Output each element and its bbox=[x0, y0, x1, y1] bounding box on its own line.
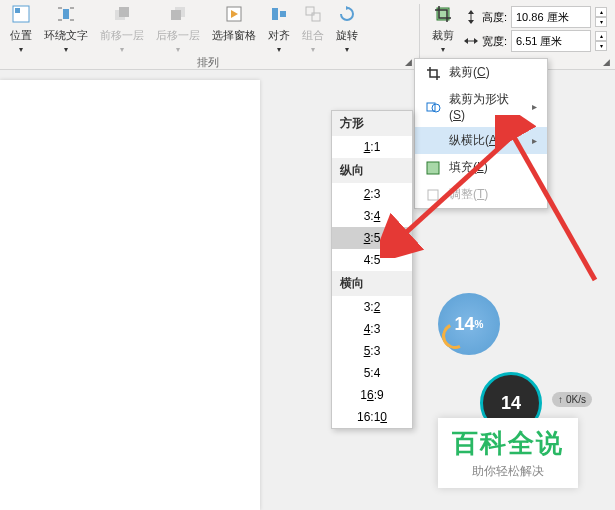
caret-down-icon: ▾ bbox=[345, 45, 349, 54]
caret-down-icon: ▾ bbox=[120, 45, 124, 54]
progress-pct: % bbox=[475, 319, 484, 330]
watermark: 百科全说 助你轻松解决 bbox=[438, 418, 578, 488]
caret-down-icon: ▾ bbox=[19, 45, 23, 54]
progress-value-2: 14 bbox=[501, 393, 521, 414]
bring-forward-label: 前移一层 bbox=[100, 28, 144, 43]
wrap-text-label: 环绕文字 bbox=[44, 28, 88, 43]
width-spinner-up[interactable]: ▴ bbox=[595, 31, 607, 41]
rotate-label: 旋转 bbox=[336, 28, 358, 43]
caret-down-icon: ▾ bbox=[64, 45, 68, 54]
dialog-launcher-icon[interactable]: ◢ bbox=[603, 57, 613, 67]
rotate-button[interactable]: 旋转 ▾ bbox=[330, 2, 364, 56]
ratio-item-4-3[interactable]: 4:3 bbox=[332, 318, 412, 340]
send-backward-label: 后移一层 bbox=[156, 28, 200, 43]
height-spinner-down[interactable]: ▾ bbox=[595, 17, 607, 27]
ratio-item-16-10[interactable]: 16:10 bbox=[332, 406, 412, 428]
fill-icon bbox=[425, 160, 441, 176]
fit-icon bbox=[425, 187, 441, 203]
ratio-item-3-5[interactable]: 3:5 bbox=[332, 227, 412, 249]
svg-marker-20 bbox=[468, 10, 474, 14]
watermark-title: 百科全说 bbox=[452, 426, 564, 461]
crop-button[interactable]: 裁剪 ▾ bbox=[426, 2, 460, 56]
selection-pane-icon bbox=[224, 4, 244, 24]
up-arrow-icon: ↑ bbox=[558, 394, 563, 405]
height-input[interactable] bbox=[511, 6, 591, 28]
ratio-item-1-1[interactable]: 1:1 bbox=[332, 136, 412, 158]
crop-label: 裁剪 bbox=[432, 28, 454, 43]
network-speed-badge: ↑ 0K/s bbox=[552, 392, 592, 407]
ratio-item-5-3[interactable]: 5:3 bbox=[332, 340, 412, 362]
ratio-header-square: 方形 bbox=[332, 111, 412, 136]
svg-point-26 bbox=[432, 104, 440, 112]
ratio-item-3-2[interactable]: 3:2 bbox=[332, 296, 412, 318]
caret-down-icon: ▾ bbox=[176, 45, 180, 54]
rotate-icon bbox=[337, 4, 357, 24]
svg-marker-21 bbox=[468, 20, 474, 24]
submenu-arrow-icon: ▸ bbox=[532, 135, 537, 146]
wrap-text-icon bbox=[56, 4, 76, 24]
width-input[interactable] bbox=[511, 30, 591, 52]
svg-rect-8 bbox=[119, 7, 129, 17]
align-label: 对齐 bbox=[268, 28, 290, 43]
caret-down-icon: ▾ bbox=[311, 45, 315, 54]
align-button[interactable]: 对齐 ▾ bbox=[262, 2, 296, 56]
caret-down-icon: ▾ bbox=[277, 45, 281, 54]
ratio-header-portrait: 纵向 bbox=[332, 158, 412, 183]
crop-menu-crop[interactable]: 裁剪(C) bbox=[415, 59, 547, 86]
svg-rect-2 bbox=[63, 9, 69, 19]
svg-rect-28 bbox=[428, 190, 438, 200]
position-label: 位置 bbox=[10, 28, 32, 43]
ratio-item-2-3[interactable]: 2:3 bbox=[332, 183, 412, 205]
document-canvas[interactable] bbox=[0, 80, 260, 510]
bring-forward-button[interactable]: 前移一层 ▾ bbox=[94, 2, 150, 56]
width-label: 宽度: bbox=[482, 34, 507, 49]
height-label: 高度: bbox=[482, 10, 507, 25]
send-backward-button[interactable]: 后移一层 ▾ bbox=[150, 2, 206, 56]
group-label: 组合 bbox=[302, 28, 324, 43]
selection-pane-label: 选择窗格 bbox=[212, 28, 256, 43]
svg-marker-24 bbox=[474, 38, 478, 44]
height-icon bbox=[464, 10, 478, 24]
position-button[interactable]: 位置 ▾ bbox=[4, 2, 38, 56]
watermark-sub: 助你轻松解决 bbox=[452, 463, 564, 480]
svg-rect-13 bbox=[272, 8, 278, 20]
progress-value: 14 bbox=[455, 314, 475, 335]
shape-icon bbox=[425, 99, 441, 115]
align-icon bbox=[269, 4, 289, 24]
bring-forward-icon bbox=[112, 4, 132, 24]
width-icon bbox=[464, 34, 478, 48]
svg-marker-23 bbox=[464, 38, 468, 44]
crop-icon bbox=[425, 65, 441, 81]
width-spinner-down[interactable]: ▾ bbox=[595, 41, 607, 51]
crop-menu-fit[interactable]: 调整(T) bbox=[415, 181, 547, 208]
arrange-group-label: 排列 bbox=[0, 55, 417, 70]
ratio-item-4-5[interactable]: 4:5 bbox=[332, 249, 412, 271]
ratio-header-landscape: 横向 bbox=[332, 271, 412, 296]
net-speed-value: 0K/s bbox=[566, 394, 586, 405]
progress-widget-1: 14% bbox=[438, 293, 500, 355]
send-backward-icon bbox=[168, 4, 188, 24]
crop-dropdown: 裁剪(C) 裁剪为形状(S) ▸ 纵横比(A) ▸ 填充(L) 调整(T) bbox=[414, 58, 548, 209]
svg-rect-10 bbox=[171, 10, 181, 20]
wrap-text-button[interactable]: 环绕文字 ▾ bbox=[38, 2, 94, 56]
submenu-arrow-icon: ▸ bbox=[532, 101, 537, 112]
crop-icon bbox=[433, 4, 453, 24]
height-spinner-up[interactable]: ▴ bbox=[595, 7, 607, 17]
svg-rect-1 bbox=[15, 8, 20, 13]
group-icon bbox=[303, 4, 323, 24]
aspect-ratio-submenu: 方形 1:1 纵向 2:3 3:4 3:5 4:5 横向 3:2 4:3 5:3… bbox=[331, 110, 413, 429]
selection-pane-button[interactable]: 选择窗格 bbox=[206, 2, 262, 45]
crop-menu-aspect-ratio[interactable]: 纵横比(A) ▸ bbox=[415, 127, 547, 154]
svg-rect-16 bbox=[312, 13, 320, 21]
crop-menu-crop-to-shape[interactable]: 裁剪为形状(S) ▸ bbox=[415, 86, 547, 127]
ratio-item-16-9[interactable]: 16:9 bbox=[332, 384, 412, 406]
crop-menu-fill[interactable]: 填充(L) bbox=[415, 154, 547, 181]
ratio-item-3-4[interactable]: 3:4 bbox=[332, 205, 412, 227]
caret-down-icon: ▾ bbox=[441, 45, 445, 54]
group-button[interactable]: 组合 ▾ bbox=[296, 2, 330, 56]
svg-rect-27 bbox=[427, 162, 439, 174]
svg-rect-15 bbox=[306, 7, 314, 15]
ratio-item-5-4[interactable]: 5:4 bbox=[332, 362, 412, 384]
svg-rect-14 bbox=[280, 11, 286, 17]
position-icon bbox=[11, 4, 31, 24]
